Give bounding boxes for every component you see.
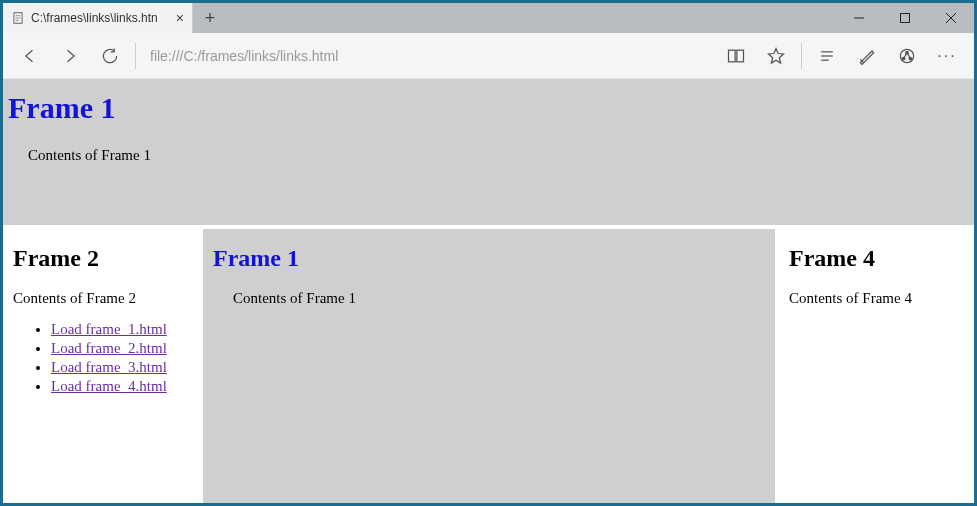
svg-rect-8	[729, 50, 736, 62]
new-tab-button[interactable]: +	[193, 3, 227, 33]
reading-view-icon[interactable]	[717, 37, 755, 75]
list-item: Load frame_2.html	[51, 340, 189, 357]
back-button[interactable]	[11, 37, 49, 75]
frame-left: Frame 2 Contents of Frame 2 Load frame_1…	[3, 229, 203, 503]
svg-line-19	[904, 52, 907, 58]
hub-icon[interactable]	[808, 37, 846, 75]
frame-link[interactable]: Load frame_4.html	[51, 378, 167, 394]
frame-link[interactable]: Load frame_2.html	[51, 340, 167, 356]
browser-window: C:\frames\links\links.htn × + ··· Frame …	[0, 0, 977, 506]
page-content: Frame 1 Contents of Frame 1 Frame 2 Cont…	[3, 79, 974, 503]
frame-top: Frame 1 Contents of Frame 1	[3, 79, 974, 229]
frame-right-heading: Frame 4	[789, 245, 964, 272]
frame-row: Frame 2 Contents of Frame 2 Load frame_1…	[3, 229, 974, 503]
toolbar-right: ···	[717, 37, 966, 75]
close-button[interactable]	[928, 3, 974, 33]
forward-button[interactable]	[51, 37, 89, 75]
list-item: Load frame_4.html	[51, 378, 189, 395]
more-icon[interactable]: ···	[928, 37, 966, 75]
minimize-button[interactable]	[836, 3, 882, 33]
browser-tab[interactable]: C:\frames\links\links.htn ×	[3, 3, 193, 33]
svg-marker-10	[769, 48, 784, 63]
tab-close-icon[interactable]: ×	[176, 10, 184, 26]
frame-middle-heading: Frame 1	[213, 245, 765, 272]
frame-top-heading: Frame 1	[8, 91, 969, 125]
svg-line-20	[907, 52, 910, 58]
share-icon[interactable]	[888, 37, 926, 75]
list-item: Load frame_3.html	[51, 359, 189, 376]
tab-bar: C:\frames\links\links.htn × +	[3, 3, 974, 33]
frame-left-body: Contents of Frame 2	[13, 290, 189, 307]
favorite-icon[interactable]	[757, 37, 795, 75]
frame-top-body: Contents of Frame 1	[28, 147, 969, 164]
frame-link[interactable]: Load frame_3.html	[51, 359, 167, 375]
document-icon	[11, 11, 25, 25]
frame-left-heading: Frame 2	[13, 245, 189, 272]
svg-rect-9	[737, 50, 744, 62]
separator	[135, 43, 136, 69]
separator	[801, 43, 802, 69]
toolbar: ···	[3, 33, 974, 79]
frame-right: Frame 4 Contents of Frame 4	[779, 229, 974, 503]
svg-rect-5	[901, 14, 910, 23]
frame-left-link-list: Load frame_1.html Load frame_2.html Load…	[13, 321, 189, 395]
frame-middle: Frame 1 Contents of Frame 1	[203, 229, 779, 503]
list-item: Load frame_1.html	[51, 321, 189, 338]
window-controls	[836, 3, 974, 33]
frame-middle-body: Contents of Frame 1	[233, 290, 765, 307]
address-bar[interactable]	[142, 44, 715, 68]
frame-link[interactable]: Load frame_1.html	[51, 321, 167, 337]
frame-right-body: Contents of Frame 4	[789, 290, 964, 307]
tab-title: C:\frames\links\links.htn	[31, 11, 158, 25]
maximize-button[interactable]	[882, 3, 928, 33]
refresh-button[interactable]	[91, 37, 129, 75]
notes-icon[interactable]	[848, 37, 886, 75]
